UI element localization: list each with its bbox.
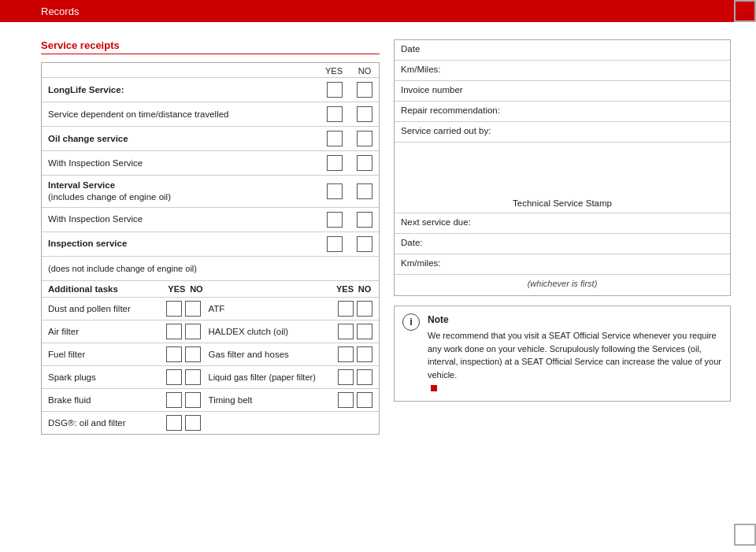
brakefluid-yes-checkbox[interactable]: [166, 392, 182, 408]
dsg-yes-checkbox[interactable]: [166, 415, 182, 431]
inspection2-checkboxes: [327, 212, 372, 228]
inspservice-label: Inspection service: [48, 238, 327, 250]
airfilter-no-checkbox[interactable]: [185, 324, 201, 339]
haldex-label: HALDEX clutch (oil): [204, 327, 338, 336]
atf-checks: [338, 301, 372, 317]
dependent-yes-checkbox[interactable]: [327, 106, 343, 122]
additional-tasks-yn2: YES NO: [336, 284, 372, 294]
timingbelt-no-checkbox[interactable]: [357, 392, 372, 408]
inspservice-no-checkbox[interactable]: [357, 236, 372, 252]
add-row-dsg: DSG®: oil and filter: [42, 411, 379, 434]
interval-yes-checkbox[interactable]: [327, 183, 343, 199]
haldex-no-checkbox[interactable]: [357, 324, 372, 339]
yes-label: YES: [325, 66, 343, 76]
brakefluid-checks: [166, 392, 201, 408]
note-text: We recommend that you visit a SEAT Offic…: [428, 329, 722, 381]
service-table-header: YES NO: [42, 63, 379, 77]
interval-title: Interval Service: [48, 180, 115, 190]
repair-field: Repair recommendation:: [395, 102, 730, 122]
atf-yes-checkbox[interactable]: [338, 301, 354, 317]
dsg-label: DSG®: oil and filter: [48, 418, 166, 428]
service-row-inspection2: With Inspection Service: [42, 207, 379, 232]
corner-decoration-tr: [734, 0, 756, 22]
km-miles-field: Km/Miles:: [395, 61, 730, 81]
liquidgas-no-checkbox[interactable]: [357, 369, 372, 385]
corner-decoration-br: [734, 524, 756, 546]
dsg-no-checkbox[interactable]: [185, 415, 201, 431]
sparkplugs-checks: [166, 369, 201, 385]
date-field: Date: [395, 40, 730, 61]
no-label: NO: [357, 66, 372, 76]
left-column: Service receipts YES NO LongLife Service…: [41, 39, 380, 435]
additional-tasks-header: Additional tasks YES NO YES NO: [42, 280, 379, 297]
timingbelt-checks: [338, 392, 372, 408]
brakefluid-no-checkbox[interactable]: [185, 392, 201, 408]
inspservice-yes-checkbox[interactable]: [327, 236, 343, 252]
sparkplugs-yes-checkbox[interactable]: [166, 369, 182, 385]
liquidgas-checks: [338, 369, 372, 385]
airfilter-label: Air filter: [48, 327, 166, 336]
inspection2-label: With Inspection Service: [48, 213, 327, 225]
fuelfilter-yes-checkbox[interactable]: [166, 346, 182, 362]
dependent-label: Service dependent on time/distance trave…: [48, 109, 327, 120]
next-km-field: Km/miles:: [395, 254, 730, 275]
gasfilter-no-checkbox[interactable]: [357, 346, 372, 362]
service-row-inspservice: Inspection service: [42, 232, 379, 256]
liquidgas-label: Liquid gas filter (paper filter): [204, 372, 338, 382]
atf-no-checkbox[interactable]: [357, 301, 372, 317]
inspection1-no-checkbox[interactable]: [357, 155, 372, 171]
service-row-inspection1: With Inspection Service: [42, 150, 379, 175]
inspection2-no-checkbox[interactable]: [357, 212, 372, 228]
gasfilter-yes-checkbox[interactable]: [338, 346, 354, 362]
note-title: Note: [428, 313, 722, 327]
stamp-field: Technical Service Stamp: [395, 143, 730, 213]
main-content: Service receipts YES NO LongLife Service…: [0, 22, 756, 449]
service-table: YES NO LongLife Service: Service depende…: [41, 62, 380, 435]
inspection1-yes-checkbox[interactable]: [327, 155, 343, 171]
service-row-dependent: Service dependent on time/distance trave…: [42, 102, 379, 126]
add-row-airfilter: Air filter HALDEX clutch (oil): [42, 320, 379, 343]
add-no1: NO: [188, 284, 204, 294]
haldex-yes-checkbox[interactable]: [338, 324, 354, 339]
additional-tasks-title: Additional tasks: [48, 284, 168, 294]
add-row-sparkplugs: Spark plugs Liquid gas filter (paper fil…: [42, 365, 379, 388]
invoice-field: Invoice number: [395, 81, 730, 102]
fuelfilter-no-checkbox[interactable]: [185, 346, 201, 362]
add-yes2: YES: [336, 284, 354, 294]
longlife-no-checkbox[interactable]: [357, 82, 372, 98]
additional-tasks-yn1: YES NO: [168, 284, 204, 294]
nooil-label: (does not include change of engine oil): [48, 263, 327, 274]
longlife-checkboxes: [327, 82, 372, 98]
interval-no-checkbox[interactable]: [357, 183, 372, 199]
info-box: Date Km/Miles: Invoice number Repair rec…: [394, 39, 731, 296]
sparkplugs-no-checkbox[interactable]: [185, 369, 201, 385]
gasfilter-label: Gas filter and hoses: [204, 350, 338, 359]
note-icon: i: [402, 313, 420, 331]
red-dot-decoration: [431, 385, 437, 391]
note-box: i Note We recommend that you visit a SEA…: [394, 306, 731, 402]
longlife-label: LongLife Service:: [48, 84, 327, 96]
airfilter-yes-checkbox[interactable]: [166, 324, 182, 339]
stamp-label: Technical Service Stamp: [513, 198, 612, 208]
timingbelt-yes-checkbox[interactable]: [338, 392, 354, 408]
gasfilter-checks: [338, 346, 372, 362]
dependent-no-checkbox[interactable]: [357, 106, 372, 122]
brakefluid-label: Brake fluid: [48, 395, 166, 405]
oilchange-checkboxes: [327, 131, 372, 146]
fuelfilter-label: Fuel filter: [48, 350, 166, 359]
fuelfilter-checks: [166, 346, 201, 362]
longlife-yes-checkbox[interactable]: [327, 82, 343, 98]
liquidgas-yes-checkbox[interactable]: [338, 369, 354, 385]
whichever-field: (whichever is first): [395, 275, 730, 295]
interval-label: Interval Service (includes change of eng…: [48, 180, 327, 203]
service-row-interval: Interval Service (includes change of eng…: [42, 175, 379, 207]
note-content: Note We recommend that you visit a SEAT …: [428, 313, 722, 395]
inspection1-checkboxes: [327, 155, 372, 171]
dust-no-checkbox[interactable]: [185, 301, 201, 317]
oilchange-yes-checkbox[interactable]: [327, 131, 343, 146]
inspection2-yes-checkbox[interactable]: [327, 212, 343, 228]
oilchange-no-checkbox[interactable]: [357, 131, 372, 146]
add-no2: NO: [357, 284, 372, 294]
dust-yes-checkbox[interactable]: [166, 301, 182, 317]
atf-label: ATF: [204, 304, 338, 313]
